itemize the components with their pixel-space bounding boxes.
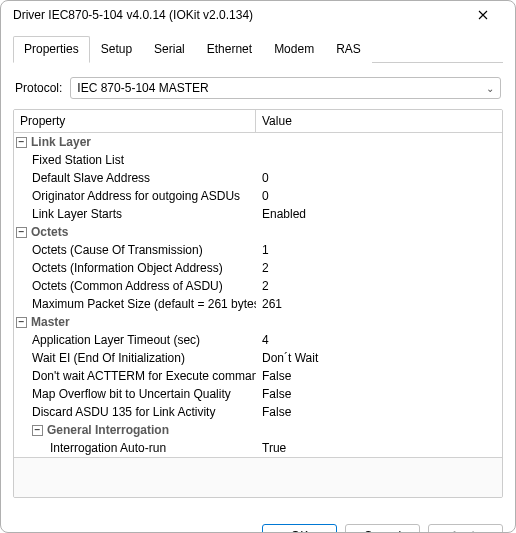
cancel-button[interactable]: Cancel	[345, 524, 420, 533]
property-cell: Octets (Common Address of ASDU)	[14, 279, 256, 293]
property-row[interactable]: Originator Address for outgoing ASDUs0	[14, 187, 502, 205]
property-cell: Octets (Information Object Address)	[14, 261, 256, 275]
grid-header: Property Value	[14, 110, 502, 133]
header-value[interactable]: Value	[256, 110, 502, 132]
property-label: Wait EI (End Of Initialization)	[32, 351, 185, 365]
property-label: Interrogation Auto-run	[50, 441, 166, 455]
property-row[interactable]: Octets (Information Object Address)2	[14, 259, 502, 277]
value-cell[interactable]: 2	[256, 261, 502, 275]
collapse-icon[interactable]: −	[16, 227, 27, 238]
property-cell: Map Overflow bit to Uncertain Quality	[14, 387, 256, 401]
property-cell: Default Slave Address	[14, 171, 256, 185]
value-cell[interactable]: False	[256, 405, 502, 419]
tab-serial[interactable]: Serial	[143, 36, 196, 63]
property-cell: Octets (Cause Of Transmission)	[14, 243, 256, 257]
property-row[interactable]: Octets (Common Address of ASDU)2	[14, 277, 502, 295]
property-row[interactable]: Map Overflow bit to Uncertain QualityFal…	[14, 385, 502, 403]
tab-strip: PropertiesSetupSerialEthernetModemRAS	[13, 35, 503, 63]
property-label: Octets	[31, 225, 68, 239]
value-cell[interactable]: Enabled	[256, 207, 502, 221]
property-label: Link Layer Starts	[32, 207, 122, 221]
property-cell: −Master	[14, 315, 256, 329]
collapse-icon[interactable]: −	[16, 137, 27, 148]
tab-properties[interactable]: Properties	[13, 36, 90, 63]
value-cell[interactable]: True	[256, 441, 502, 455]
group-row[interactable]: −Link Layer	[14, 133, 502, 151]
property-cell: Originator Address for outgoing ASDUs	[14, 189, 256, 203]
property-label: Don't wait ACTTERM for Execute comman...	[32, 369, 256, 383]
tab-ras[interactable]: RAS	[325, 36, 372, 63]
property-row[interactable]: Link Layer StartsEnabled	[14, 205, 502, 223]
collapse-icon[interactable]: −	[16, 317, 27, 328]
group-row[interactable]: −Octets	[14, 223, 502, 241]
property-cell: −General Interrogation	[14, 423, 256, 437]
property-label: Discard ASDU 135 for Link Activity	[32, 405, 215, 419]
value-cell[interactable]: False	[256, 387, 502, 401]
property-cell: Maximum Packet Size (default = 261 bytes…	[14, 297, 256, 311]
titlebar: Driver IEC870-5-104 v4.0.14 (IOKit v2.0.…	[1, 1, 515, 29]
protocol-row: Protocol: IEC 870-5-104 MASTER ⌄	[15, 77, 501, 99]
close-button[interactable]	[463, 1, 503, 29]
property-row[interactable]: Octets (Cause Of Transmission)1	[14, 241, 502, 259]
value-cell[interactable]: Don´t Wait	[256, 351, 502, 365]
property-label: Maximum Packet Size (default = 261 bytes…	[32, 297, 256, 311]
value-cell[interactable]: 2	[256, 279, 502, 293]
protocol-value: IEC 870-5-104 MASTER	[77, 81, 208, 95]
property-cell: Interrogation Auto-run	[14, 441, 256, 455]
property-label: Application Layer Timeout (sec)	[32, 333, 200, 347]
property-row[interactable]: Default Slave Address0	[14, 169, 502, 187]
ok-button[interactable]: OK	[262, 524, 337, 533]
value-cell[interactable]: 1	[256, 243, 502, 257]
property-label: General Interrogation	[47, 423, 169, 437]
grid-body[interactable]: −Link LayerFixed Station ListDefault Sla…	[14, 133, 502, 457]
value-cell[interactable]: 0	[256, 189, 502, 203]
property-cell: Discard ASDU 135 for Link Activity	[14, 405, 256, 419]
property-row[interactable]: Application Layer Timeout (sec)4	[14, 331, 502, 349]
collapse-icon[interactable]: −	[32, 425, 43, 436]
property-row[interactable]: Don't wait ACTTERM for Execute comman...…	[14, 367, 502, 385]
property-label: Originator Address for outgoing ASDUs	[32, 189, 240, 203]
property-row[interactable]: Wait EI (End Of Initialization)Don´t Wai…	[14, 349, 502, 367]
property-label: Octets (Common Address of ASDU)	[32, 279, 223, 293]
dialog-window: Driver IEC870-5-104 v4.0.14 (IOKit v2.0.…	[0, 0, 516, 533]
property-row[interactable]: Discard ASDU 135 for Link ActivityFalse	[14, 403, 502, 421]
property-label: Master	[31, 315, 70, 329]
property-label: Link Layer	[31, 135, 91, 149]
property-cell: Link Layer Starts	[14, 207, 256, 221]
property-cell: Don't wait ACTTERM for Execute comman...	[14, 369, 256, 383]
value-cell[interactable]: 0	[256, 171, 502, 185]
property-label: Octets (Information Object Address)	[32, 261, 223, 275]
property-cell: −Link Layer	[14, 135, 256, 149]
property-row[interactable]: Interrogation Auto-runTrue	[14, 439, 502, 457]
tab-setup[interactable]: Setup	[90, 36, 143, 63]
apply-button: Apply	[428, 524, 503, 533]
property-label: Map Overflow bit to Uncertain Quality	[32, 387, 231, 401]
value-cell[interactable]: 261	[256, 297, 502, 311]
property-cell: Wait EI (End Of Initialization)	[14, 351, 256, 365]
content-area: PropertiesSetupSerialEthernetModemRAS Pr…	[1, 29, 515, 514]
tab-modem[interactable]: Modem	[263, 36, 325, 63]
property-cell: Application Layer Timeout (sec)	[14, 333, 256, 347]
description-panel	[14, 457, 502, 497]
property-grid: Property Value −Link LayerFixed Station …	[13, 109, 503, 498]
property-row[interactable]: Fixed Station List	[14, 151, 502, 169]
window-title: Driver IEC870-5-104 v4.0.14 (IOKit v2.0.…	[13, 8, 253, 22]
value-cell[interactable]: False	[256, 369, 502, 383]
property-label: Default Slave Address	[32, 171, 150, 185]
property-cell: Fixed Station List	[14, 153, 256, 167]
header-property[interactable]: Property	[14, 110, 256, 132]
property-label: Fixed Station List	[32, 153, 124, 167]
close-icon	[478, 10, 488, 20]
protocol-label: Protocol:	[15, 81, 62, 95]
property-row[interactable]: Maximum Packet Size (default = 261 bytes…	[14, 295, 502, 313]
protocol-combo[interactable]: IEC 870-5-104 MASTER ⌄	[70, 77, 501, 99]
button-bar: OK Cancel Apply	[1, 514, 515, 533]
property-label: Octets (Cause Of Transmission)	[32, 243, 203, 257]
group-row[interactable]: −Master	[14, 313, 502, 331]
tab-ethernet[interactable]: Ethernet	[196, 36, 263, 63]
chevron-down-icon: ⌄	[486, 83, 494, 94]
property-cell: −Octets	[14, 225, 256, 239]
value-cell[interactable]: 4	[256, 333, 502, 347]
group-row[interactable]: −General Interrogation	[14, 421, 502, 439]
